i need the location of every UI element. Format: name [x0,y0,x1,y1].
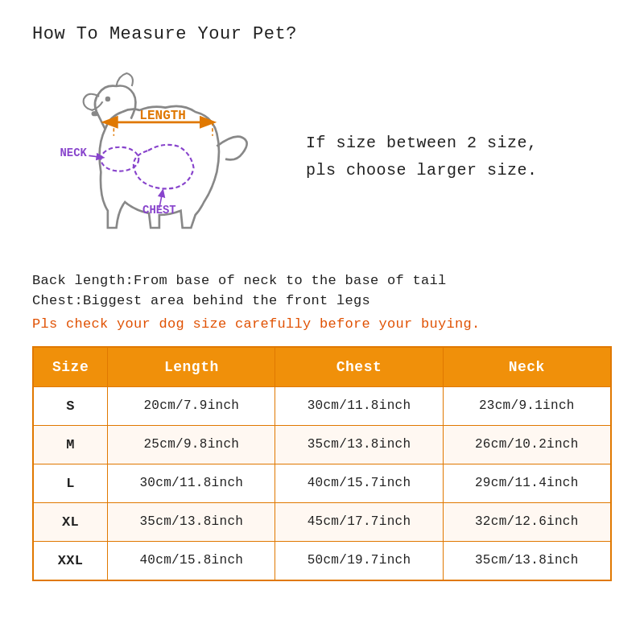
instruction-chest: Chest:Biggest area behind the front legs [32,293,612,308]
instructions-section: Back length:From base of neck to the bas… [32,273,612,308]
table-cell-0-3: 23cm/9.1inch [443,386,611,425]
dog-diagram: LENGTH NECK CHEST [32,60,290,254]
size-note-line1: If size between 2 size, [306,130,612,157]
table-cell-3-1: 35cm/13.8inch [108,502,275,541]
size-note: If size between 2 size, pls choose large… [290,130,612,184]
table-cell-2-1: 30cm/11.8inch [108,464,275,502]
table-cell-4-1: 40cm/15.8inch [108,541,275,580]
table-cell-2-3: 29cm/11.4inch [443,464,611,502]
size-table: Size Length Chest Neck S20cm/7.9inch30cm… [32,346,612,581]
page-title: How To Measure Your Pet? [32,24,612,44]
table-cell-3-3: 32cm/12.6inch [443,502,611,541]
top-section: LENGTH NECK CHEST [32,60,612,254]
instruction-back-length: Back length:From base of neck to the bas… [32,273,612,288]
table-cell-1-2: 35cm/13.8inch [275,425,443,464]
table-cell-4-2: 50cm/19.7inch [275,541,443,580]
svg-point-1 [105,97,110,101]
col-header-neck: Neck [443,347,611,387]
warning-text: Pls check your dog size carefully before… [32,316,612,332]
col-header-size: Size [33,347,108,387]
table-cell-0-2: 30cm/11.8inch [275,386,443,425]
svg-text:NECK: NECK [60,147,88,159]
table-cell-1-1: 25cm/9.8inch [108,425,275,464]
col-header-chest: Chest [275,347,443,387]
size-note-line2: pls choose larger size. [306,157,612,184]
table-body: S20cm/7.9inch30cm/11.8inch23cm/9.1inchM2… [33,386,611,580]
table-cell-2-2: 40cm/15.7inch [275,464,443,502]
table-cell-4-0: XXL [33,541,108,580]
table-cell-3-2: 45cm/17.7inch [275,502,443,541]
table-cell-3-0: XL [33,502,108,541]
table-cell-4-3: 35cm/13.8inch [443,541,611,580]
table-row: S20cm/7.9inch30cm/11.8inch23cm/9.1inch [33,386,611,425]
svg-point-0 [92,111,99,116]
table-cell-1-0: M [33,425,108,464]
table-cell-0-1: 20cm/7.9inch [108,386,275,425]
table-row: XL35cm/13.8inch45cm/17.7inch32cm/12.6inc… [33,502,611,541]
svg-text:LENGTH: LENGTH [139,109,186,123]
col-header-length: Length [108,347,275,387]
svg-point-6 [101,147,138,171]
svg-line-8 [89,155,102,157]
table-row: L30cm/11.8inch40cm/15.7inch29cm/11.4inch [33,464,611,502]
table-header: Size Length Chest Neck [33,347,611,387]
table-cell-1-3: 26cm/10.2inch [443,425,611,464]
table-cell-0-0: S [33,386,108,425]
table-cell-2-0: L [33,464,108,502]
table-row: XXL40cm/15.8inch50cm/19.7inch35cm/13.8in… [33,541,611,580]
table-row: M25cm/9.8inch35cm/13.8inch26cm/10.2inch [33,425,611,464]
